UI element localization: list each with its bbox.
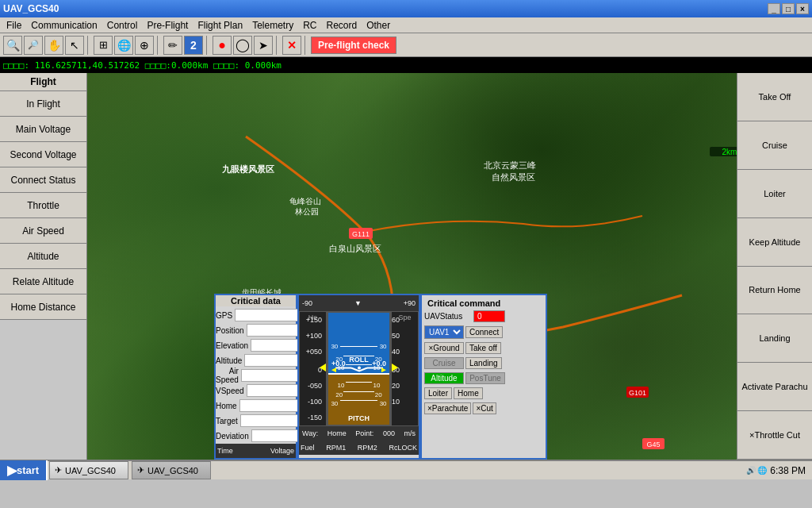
btn-air-speed[interactable]: Air Speed — [0, 218, 86, 244]
toolbar-number2[interactable]: 2 — [184, 36, 203, 55]
menubar: File Communication Control Pre-Flight Fl… — [0, 17, 812, 33]
toolbar-pan[interactable]: ✋ — [44, 36, 63, 55]
menu-rc[interactable]: RC — [298, 18, 321, 33]
toolbar: 🔍 🔎 ✋ ↖ ⊞ 🌐 ⊕ ✏ 2 ● ◯ ➤ ✕ Pre-flight che… — [0, 33, 812, 57]
btn-connect-status[interactable]: Connect Status — [0, 167, 86, 193]
point-value: 000 — [383, 429, 395, 437]
toolbar-grid[interactable]: ⊞ — [94, 36, 113, 55]
home-button[interactable]: Home — [454, 387, 483, 399]
maximize-button[interactable]: □ — [782, 3, 795, 14]
toolbar-cursor[interactable]: ↖ — [65, 36, 84, 55]
svg-text:北京云蒙三峰: 北京云蒙三峰 — [484, 160, 536, 170]
cd-label-vspeed: VSpeed — [216, 387, 247, 395]
menu-record[interactable]: Record — [321, 18, 362, 33]
btn-in-flight[interactable]: In Flight — [0, 91, 86, 117]
svg-point-31 — [358, 366, 361, 369]
attitude-display: He +150 +100 +050 0 -050 -100 -150 — [299, 311, 419, 426]
svg-text:龟峰谷山: 龟峰谷山 — [289, 197, 321, 206]
btn-cruise[interactable]: Cruise — [737, 121, 812, 170]
cd-row-position: Position — [216, 323, 296, 337]
btn-second-voltage[interactable]: Second Voltage — [0, 142, 86, 167]
tray-icon-2: 🌐 — [757, 466, 767, 475]
gpsbar: □□□□: 116.625711,40.517262 □□□□:0.000km … — [0, 57, 812, 73]
fuel-label: Fuel — [301, 444, 315, 452]
menu-control[interactable]: Control — [102, 18, 143, 33]
attitude-frame: -90 ▼ +90 He +150 +100 +050 0 -050 -100 … — [297, 294, 420, 460]
titlebar: UAV_GCS40 _ □ × — [0, 0, 812, 17]
menu-other[interactable]: Other — [362, 18, 395, 33]
menu-telemetry[interactable]: Telemetry — [247, 18, 298, 33]
menu-preflight[interactable]: Pre-Flight — [142, 18, 193, 33]
start-button[interactable]: ▶ start — [0, 460, 48, 480]
loiter-button[interactable]: Loiter — [424, 387, 452, 399]
altitude-postune-row: Altitude PosTune — [424, 372, 543, 384]
toolbar-x-red[interactable]: ✕ — [282, 36, 301, 55]
toolbar-circle[interactable]: ◯ — [233, 36, 252, 55]
btn-landing[interactable]: Landing — [737, 314, 812, 363]
btn-activate-parachute[interactable]: Activate Parachu — [737, 363, 812, 411]
cruise-button[interactable]: Cruise — [424, 357, 464, 369]
cd-label-position: Position — [216, 326, 247, 335]
cd-row-deviation: Deviation — [216, 429, 296, 443]
toolbar-target[interactable]: ⊕ — [135, 36, 154, 55]
instr-voltage-label: Voltage — [270, 447, 294, 455]
tray-icon-1: 🔊 — [746, 466, 756, 475]
preflight-check-button[interactable]: Pre-flight check — [311, 37, 396, 54]
toolbar-zoom-in[interactable]: 🔍 — [3, 36, 22, 55]
instrument-panel-wrapper: Critical data GPS Position Elevation Alt… — [214, 294, 547, 460]
taskbar-icon-1: ✈ — [55, 465, 62, 475]
speed-label-top: +90 — [404, 299, 416, 307]
connect-button[interactable]: Connect — [465, 326, 503, 338]
taskbar-label-1: UAV_GCS40 — [65, 466, 116, 475]
parachute-button[interactable]: ×Parachute — [424, 402, 471, 414]
btn-relate-altitude[interactable]: Relate Altitude — [0, 269, 86, 294]
btn-keep-altitude[interactable]: Keep Altitude — [737, 218, 812, 267]
close-button[interactable]: × — [796, 3, 809, 14]
takeoff-button[interactable]: Take off — [465, 342, 501, 354]
cut-button[interactable]: ×Cut — [473, 402, 496, 414]
btn-throttle[interactable]: Throttle — [0, 193, 86, 218]
cd-label-altitude: Altitude — [216, 356, 244, 365]
waypoint-value: Home — [327, 429, 347, 437]
taskbar-item-1[interactable]: ✈ UAV_GCS40 — [49, 461, 128, 479]
uav-status-label: UAVStatus — [424, 312, 472, 321]
critical-data-title: Critical data — [216, 295, 296, 306]
menu-file[interactable]: File — [2, 18, 26, 33]
btn-throttle-cut[interactable]: ×Throttle Cut — [737, 411, 812, 460]
map-area[interactable]: G111 G111 G111 G101 G45 S203 S205 S205 九… — [87, 73, 737, 460]
btn-return-home[interactable]: Return Home — [737, 267, 812, 315]
toolbar-arrow[interactable]: ➤ — [254, 36, 273, 55]
toolbar-satellite[interactable]: 🌐 — [114, 36, 133, 55]
btn-altitude[interactable]: Altitude — [0, 244, 86, 269]
main-content: Flight In Flight Main Voltage Second Vol… — [0, 73, 812, 460]
ms-label: m/s — [404, 429, 416, 437]
loiter-home-row: Loiter Home — [424, 387, 543, 399]
altitude-button[interactable]: Altitude — [424, 372, 464, 384]
svg-text:九眼楼风景区: 九眼楼风景区 — [221, 164, 274, 174]
toolbar-zoom-out[interactable]: 🔎 — [24, 36, 43, 55]
landing-button[interactable]: Landing — [465, 357, 502, 369]
separator-5 — [304, 36, 308, 55]
separator-3 — [206, 36, 209, 55]
uav-dropdown[interactable]: UAV1 — [424, 325, 464, 339]
btn-takeoff[interactable]: Take Off — [737, 73, 812, 121]
toolbar-pencil[interactable]: ✏ — [163, 36, 182, 55]
postune-button[interactable]: PosTune — [465, 372, 505, 384]
toolbar-record-red[interactable]: ● — [213, 36, 232, 55]
statusbar: ▶ start ✈ UAV_GCS40 ✈ UAV_GCS40 🔊 🌐 6:38… — [0, 460, 812, 479]
critical-command-panel: Critical command UAVStatus 0 UAV1 Connec… — [420, 294, 547, 460]
btn-home-distance[interactable]: Home Distance — [0, 294, 86, 320]
svg-text:G111: G111 — [352, 230, 370, 238]
menu-flightplan[interactable]: Flight Plan — [193, 18, 247, 33]
point-label: Point: — [355, 429, 373, 437]
menu-communication[interactable]: Communication — [26, 18, 102, 33]
taskbar-item-2[interactable]: ✈ UAV_GCS40 — [132, 461, 211, 479]
cd-row-altitude: Altitude — [216, 353, 296, 368]
cd-row-vspeed: VSpeed — [216, 383, 296, 398]
ground-takeoff-row: ×Ground Take off — [424, 342, 543, 354]
minimize-button[interactable]: _ — [768, 3, 780, 14]
cd-row-elevation: Elevation — [216, 338, 296, 352]
ground-button[interactable]: ×Ground — [424, 342, 464, 354]
btn-loiter[interactable]: Loiter — [737, 170, 812, 218]
btn-main-voltage[interactable]: Main Voltage — [0, 117, 86, 142]
